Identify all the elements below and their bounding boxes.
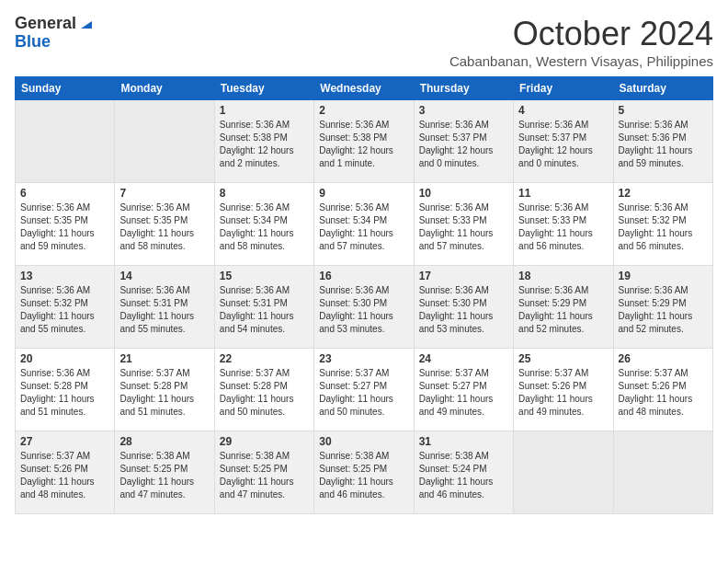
table-row: 28Sunrise: 5:38 AM Sunset: 5:25 PM Dayli… <box>115 431 214 514</box>
day-number: 7 <box>119 187 209 200</box>
header-monday: Monday <box>115 77 214 100</box>
day-number: 16 <box>319 270 408 282</box>
table-row: 24Sunrise: 5:37 AM Sunset: 5:27 PM Dayli… <box>414 349 513 431</box>
header-tuesday: Tuesday <box>214 77 313 100</box>
day-info: Sunrise: 5:36 AM Sunset: 5:30 PM Dayligh… <box>419 284 508 336</box>
table-row <box>115 100 214 183</box>
calendar-week-row: 27Sunrise: 5:37 AM Sunset: 5:26 PM Dayli… <box>16 431 713 514</box>
day-info: Sunrise: 5:38 AM Sunset: 5:25 PM Dayligh… <box>220 450 309 501</box>
day-info: Sunrise: 5:36 AM Sunset: 5:33 PM Dayligh… <box>518 201 608 253</box>
day-info: Sunrise: 5:36 AM Sunset: 5:38 PM Dayligh… <box>220 119 309 170</box>
header-friday: Friday <box>514 77 613 100</box>
table-row: 1Sunrise: 5:36 AM Sunset: 5:38 PM Daylig… <box>214 100 313 183</box>
day-info: Sunrise: 5:37 AM Sunset: 5:27 PM Dayligh… <box>319 367 408 419</box>
header-saturday: Saturday <box>613 77 712 100</box>
day-number: 18 <box>518 270 608 282</box>
table-row: 8Sunrise: 5:36 AM Sunset: 5:34 PM Daylig… <box>214 183 313 266</box>
day-number: 14 <box>119 270 209 282</box>
day-number: 4 <box>518 104 608 117</box>
logo: General Blue <box>15 15 92 52</box>
day-info: Sunrise: 5:37 AM Sunset: 5:28 PM Dayligh… <box>220 367 309 419</box>
day-info: Sunrise: 5:37 AM Sunset: 5:26 PM Dayligh… <box>619 367 708 419</box>
header-sunday: Sunday <box>16 77 115 100</box>
day-info: Sunrise: 5:36 AM Sunset: 5:31 PM Dayligh… <box>119 284 209 336</box>
day-number: 21 <box>119 352 209 365</box>
location-title: Cabanbanan, Western Visayas, Philippines <box>449 53 713 69</box>
day-info: Sunrise: 5:36 AM Sunset: 5:36 PM Dayligh… <box>619 119 708 170</box>
day-info: Sunrise: 5:38 AM Sunset: 5:24 PM Dayligh… <box>419 450 508 501</box>
day-number: 17 <box>419 270 508 282</box>
day-number: 6 <box>20 187 109 200</box>
day-info: Sunrise: 5:36 AM Sunset: 5:29 PM Dayligh… <box>518 284 608 336</box>
table-row: 30Sunrise: 5:38 AM Sunset: 5:25 PM Dayli… <box>314 431 414 514</box>
day-number: 19 <box>619 270 708 282</box>
calendar-week-row: 1Sunrise: 5:36 AM Sunset: 5:38 PM Daylig… <box>16 100 713 183</box>
svg-marker-0 <box>81 21 92 29</box>
day-info: Sunrise: 5:38 AM Sunset: 5:25 PM Dayligh… <box>119 450 209 501</box>
table-row: 5Sunrise: 5:36 AM Sunset: 5:36 PM Daylig… <box>613 100 712 183</box>
table-row: 16Sunrise: 5:36 AM Sunset: 5:30 PM Dayli… <box>314 266 414 349</box>
day-number: 2 <box>319 104 408 117</box>
table-row: 27Sunrise: 5:37 AM Sunset: 5:26 PM Dayli… <box>16 431 115 514</box>
table-row: 22Sunrise: 5:37 AM Sunset: 5:28 PM Dayli… <box>214 349 313 431</box>
day-number: 12 <box>619 187 708 200</box>
page-header: General Blue October 2024 Cabanbanan, We… <box>15 15 713 69</box>
day-info: Sunrise: 5:36 AM Sunset: 5:34 PM Dayligh… <box>220 201 309 253</box>
calendar-header-row: Sunday Monday Tuesday Wednesday Thursday… <box>16 77 713 100</box>
day-number: 30 <box>319 435 408 448</box>
day-info: Sunrise: 5:36 AM Sunset: 5:32 PM Dayligh… <box>20 284 109 336</box>
day-info: Sunrise: 5:36 AM Sunset: 5:32 PM Dayligh… <box>619 201 708 253</box>
day-number: 29 <box>220 435 309 448</box>
table-row: 29Sunrise: 5:38 AM Sunset: 5:25 PM Dayli… <box>214 431 313 514</box>
table-row: 14Sunrise: 5:36 AM Sunset: 5:31 PM Dayli… <box>115 266 214 349</box>
day-info: Sunrise: 5:36 AM Sunset: 5:31 PM Dayligh… <box>220 284 309 336</box>
table-row: 23Sunrise: 5:37 AM Sunset: 5:27 PM Dayli… <box>314 349 414 431</box>
day-info: Sunrise: 5:37 AM Sunset: 5:27 PM Dayligh… <box>419 367 508 419</box>
logo-blue-text: Blue <box>15 33 51 52</box>
calendar-week-row: 13Sunrise: 5:36 AM Sunset: 5:32 PM Dayli… <box>16 266 713 349</box>
day-number: 9 <box>319 187 408 200</box>
day-info: Sunrise: 5:36 AM Sunset: 5:37 PM Dayligh… <box>419 119 508 170</box>
day-info: Sunrise: 5:36 AM Sunset: 5:37 PM Dayligh… <box>518 119 608 170</box>
calendar-week-row: 6Sunrise: 5:36 AM Sunset: 5:35 PM Daylig… <box>16 183 713 266</box>
table-row: 18Sunrise: 5:36 AM Sunset: 5:29 PM Dayli… <box>514 266 613 349</box>
day-number: 28 <box>119 435 209 448</box>
table-row: 31Sunrise: 5:38 AM Sunset: 5:24 PM Dayli… <box>414 431 513 514</box>
day-number: 11 <box>518 187 608 200</box>
table-row: 9Sunrise: 5:36 AM Sunset: 5:34 PM Daylig… <box>314 183 414 266</box>
day-info: Sunrise: 5:37 AM Sunset: 5:26 PM Dayligh… <box>20 450 109 501</box>
header-thursday: Thursday <box>414 77 513 100</box>
table-row: 17Sunrise: 5:36 AM Sunset: 5:30 PM Dayli… <box>414 266 513 349</box>
day-number: 24 <box>419 352 508 365</box>
logo-general-text: General <box>15 15 76 33</box>
day-info: Sunrise: 5:36 AM Sunset: 5:33 PM Dayligh… <box>419 201 508 253</box>
month-title: October 2024 <box>449 15 713 53</box>
day-number: 25 <box>518 352 608 365</box>
table-row <box>514 431 613 514</box>
table-row: 19Sunrise: 5:36 AM Sunset: 5:29 PM Dayli… <box>613 266 712 349</box>
table-row: 13Sunrise: 5:36 AM Sunset: 5:32 PM Dayli… <box>16 266 115 349</box>
day-info: Sunrise: 5:37 AM Sunset: 5:26 PM Dayligh… <box>518 367 608 419</box>
title-section: October 2024 Cabanbanan, Western Visayas… <box>449 15 713 69</box>
logo-triangle-icon <box>77 16 92 30</box>
table-row: 21Sunrise: 5:37 AM Sunset: 5:28 PM Dayli… <box>115 349 214 431</box>
table-row: 3Sunrise: 5:36 AM Sunset: 5:37 PM Daylig… <box>414 100 513 183</box>
day-info: Sunrise: 5:36 AM Sunset: 5:35 PM Dayligh… <box>20 201 109 253</box>
table-row: 2Sunrise: 5:36 AM Sunset: 5:38 PM Daylig… <box>314 100 414 183</box>
day-info: Sunrise: 5:36 AM Sunset: 5:28 PM Dayligh… <box>20 367 109 419</box>
day-number: 27 <box>20 435 109 448</box>
table-row: 26Sunrise: 5:37 AM Sunset: 5:26 PM Dayli… <box>613 349 712 431</box>
table-row: 12Sunrise: 5:36 AM Sunset: 5:32 PM Dayli… <box>613 183 712 266</box>
calendar-table: Sunday Monday Tuesday Wednesday Thursday… <box>15 76 713 514</box>
day-info: Sunrise: 5:36 AM Sunset: 5:34 PM Dayligh… <box>319 201 408 253</box>
day-number: 15 <box>220 270 309 282</box>
day-number: 3 <box>419 104 508 117</box>
day-number: 22 <box>220 352 309 365</box>
table-row <box>613 431 712 514</box>
day-number: 26 <box>619 352 708 365</box>
header-wednesday: Wednesday <box>314 77 414 100</box>
table-row: 15Sunrise: 5:36 AM Sunset: 5:31 PM Dayli… <box>214 266 313 349</box>
day-number: 5 <box>619 104 708 117</box>
table-row: 10Sunrise: 5:36 AM Sunset: 5:33 PM Dayli… <box>414 183 513 266</box>
table-row <box>16 100 115 183</box>
